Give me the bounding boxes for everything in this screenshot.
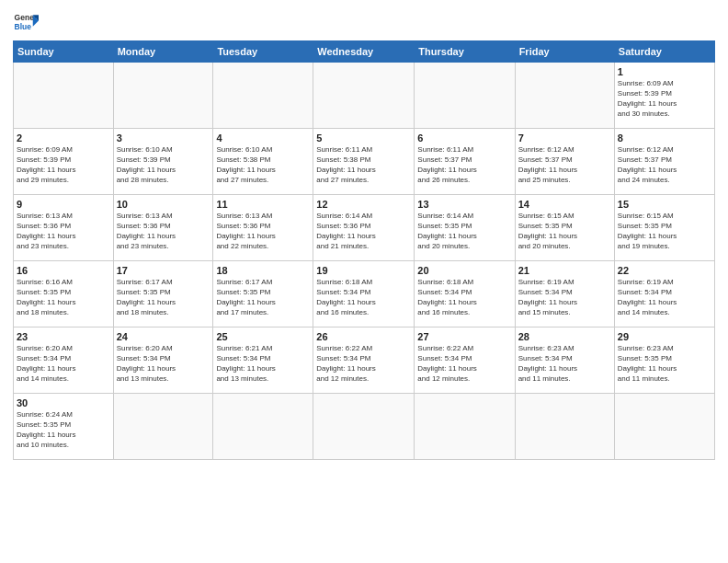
day-info: Sunrise: 6:17 AM Sunset: 5:35 PM Dayligh… [216,278,310,317]
day-info: Sunrise: 6:18 AM Sunset: 5:34 PM Dayligh… [417,278,511,317]
calendar-cell: 10Sunrise: 6:13 AM Sunset: 5:36 PM Dayli… [113,195,213,261]
page: General Blue Sunday Monday Tuesday Wedne… [0,0,728,563]
calendar-table: Sunday Monday Tuesday Wednesday Thursday… [13,40,715,460]
calendar-cell [614,394,714,460]
calendar-cell [415,63,515,129]
header: General Blue [13,9,715,35]
header-thursday: Thursday [415,41,515,63]
day-number: 20 [417,264,511,277]
calendar-cell: 14Sunrise: 6:15 AM Sunset: 5:35 PM Dayli… [515,195,614,261]
day-number: 3 [117,132,210,144]
day-number: 24 [117,330,210,343]
calendar-cell: 18Sunrise: 6:17 AM Sunset: 5:35 PM Dayli… [213,261,313,327]
calendar-cell [213,394,313,460]
header-saturday: Saturday [614,41,714,63]
day-number: 13 [417,198,511,211]
calendar-cell: 5Sunrise: 6:11 AM Sunset: 5:38 PM Daylig… [313,129,415,195]
day-info: Sunrise: 6:18 AM Sunset: 5:34 PM Dayligh… [316,278,411,317]
day-info: Sunrise: 6:17 AM Sunset: 5:35 PM Dayligh… [117,278,210,317]
day-number: 1 [618,65,711,78]
calendar-cell: 7Sunrise: 6:12 AM Sunset: 5:37 PM Daylig… [515,129,614,195]
calendar-cell [313,63,415,129]
logo-icon: General Blue [13,9,39,35]
day-info: Sunrise: 6:09 AM Sunset: 5:39 PM Dayligh… [618,79,711,119]
day-number: 14 [518,198,611,211]
header-sunday: Sunday [14,41,114,63]
header-monday: Monday [113,41,213,63]
day-info: Sunrise: 6:13 AM Sunset: 5:36 PM Dayligh… [17,212,110,251]
day-number: 7 [518,132,611,144]
day-number: 11 [216,198,310,211]
calendar-cell: 1Sunrise: 6:09 AM Sunset: 5:39 PM Daylig… [614,63,714,129]
day-number: 9 [17,198,110,211]
calendar-cell [113,394,213,460]
calendar-cell: 4Sunrise: 6:10 AM Sunset: 5:38 PM Daylig… [213,129,313,195]
calendar-cell: 15Sunrise: 6:15 AM Sunset: 5:35 PM Dayli… [614,195,714,261]
calendar-cell: 16Sunrise: 6:16 AM Sunset: 5:35 PM Dayli… [14,261,114,327]
day-info: Sunrise: 6:19 AM Sunset: 5:34 PM Dayligh… [518,278,611,317]
day-info: Sunrise: 6:12 AM Sunset: 5:37 PM Dayligh… [618,145,711,185]
calendar-cell [313,394,415,460]
calendar-cell: 24Sunrise: 6:20 AM Sunset: 5:34 PM Dayli… [113,327,213,394]
calendar-cell: 25Sunrise: 6:21 AM Sunset: 5:34 PM Dayli… [213,327,313,394]
calendar-cell: 21Sunrise: 6:19 AM Sunset: 5:34 PM Dayli… [515,261,614,327]
day-number: 19 [316,264,411,277]
calendar-cell: 2Sunrise: 6:09 AM Sunset: 5:39 PM Daylig… [14,129,114,195]
day-info: Sunrise: 6:23 AM Sunset: 5:34 PM Dayligh… [518,344,611,384]
day-number: 28 [518,330,611,343]
calendar-cell: 9Sunrise: 6:13 AM Sunset: 5:36 PM Daylig… [14,195,114,261]
calendar-cell [515,394,614,460]
calendar-cell: 19Sunrise: 6:18 AM Sunset: 5:34 PM Dayli… [313,261,415,327]
day-number: 18 [216,264,310,277]
calendar-cell: 20Sunrise: 6:18 AM Sunset: 5:34 PM Dayli… [415,261,515,327]
calendar-cell: 11Sunrise: 6:13 AM Sunset: 5:36 PM Dayli… [213,195,313,261]
header-friday: Friday [515,41,614,63]
calendar-cell: 23Sunrise: 6:20 AM Sunset: 5:34 PM Dayli… [14,327,114,394]
day-info: Sunrise: 6:22 AM Sunset: 5:34 PM Dayligh… [417,344,511,384]
day-info: Sunrise: 6:12 AM Sunset: 5:37 PM Dayligh… [518,145,611,185]
calendar-cell [14,63,114,129]
day-number: 29 [618,330,711,343]
calendar-cell: 6Sunrise: 6:11 AM Sunset: 5:37 PM Daylig… [415,129,515,195]
calendar-cell [415,394,515,460]
day-number: 25 [216,330,310,343]
day-number: 30 [17,396,110,409]
logo: General Blue [13,9,39,35]
day-info: Sunrise: 6:10 AM Sunset: 5:39 PM Dayligh… [117,145,210,185]
day-info: Sunrise: 6:20 AM Sunset: 5:34 PM Dayligh… [17,344,110,384]
day-info: Sunrise: 6:10 AM Sunset: 5:38 PM Dayligh… [216,145,310,185]
day-info: Sunrise: 6:16 AM Sunset: 5:35 PM Dayligh… [17,278,110,317]
calendar-cell: 13Sunrise: 6:14 AM Sunset: 5:35 PM Dayli… [415,195,515,261]
day-number: 12 [316,198,411,211]
day-info: Sunrise: 6:21 AM Sunset: 5:34 PM Dayligh… [216,344,310,384]
calendar-cell: 29Sunrise: 6:23 AM Sunset: 5:35 PM Dayli… [614,327,714,394]
day-number: 15 [618,198,711,211]
day-number: 21 [518,264,611,277]
day-number: 5 [316,132,411,144]
calendar-cell [515,63,614,129]
day-number: 2 [17,132,110,144]
calendar-cell: 30Sunrise: 6:24 AM Sunset: 5:35 PM Dayli… [14,394,114,460]
day-info: Sunrise: 6:22 AM Sunset: 5:34 PM Dayligh… [316,344,411,384]
calendar-cell: 27Sunrise: 6:22 AM Sunset: 5:34 PM Dayli… [415,327,515,394]
day-info: Sunrise: 6:14 AM Sunset: 5:35 PM Dayligh… [417,212,511,251]
day-info: Sunrise: 6:11 AM Sunset: 5:37 PM Dayligh… [417,145,511,185]
calendar-cell: 28Sunrise: 6:23 AM Sunset: 5:34 PM Dayli… [515,327,614,394]
calendar-cell: 17Sunrise: 6:17 AM Sunset: 5:35 PM Dayli… [113,261,213,327]
calendar-cell: 26Sunrise: 6:22 AM Sunset: 5:34 PM Dayli… [313,327,415,394]
calendar-cell: 8Sunrise: 6:12 AM Sunset: 5:37 PM Daylig… [614,129,714,195]
day-number: 22 [618,264,711,277]
weekday-header-row: Sunday Monday Tuesday Wednesday Thursday… [14,41,715,63]
day-info: Sunrise: 6:11 AM Sunset: 5:38 PM Dayligh… [316,145,411,185]
day-number: 17 [117,264,210,277]
day-info: Sunrise: 6:15 AM Sunset: 5:35 PM Dayligh… [518,212,611,251]
day-number: 4 [216,132,310,144]
day-number: 8 [618,132,711,144]
day-info: Sunrise: 6:23 AM Sunset: 5:35 PM Dayligh… [618,344,711,384]
calendar-cell [213,63,313,129]
day-info: Sunrise: 6:13 AM Sunset: 5:36 PM Dayligh… [117,212,210,251]
day-number: 10 [117,198,210,211]
day-info: Sunrise: 6:14 AM Sunset: 5:36 PM Dayligh… [316,212,411,251]
day-info: Sunrise: 6:20 AM Sunset: 5:34 PM Dayligh… [117,344,210,384]
header-tuesday: Tuesday [213,41,313,63]
